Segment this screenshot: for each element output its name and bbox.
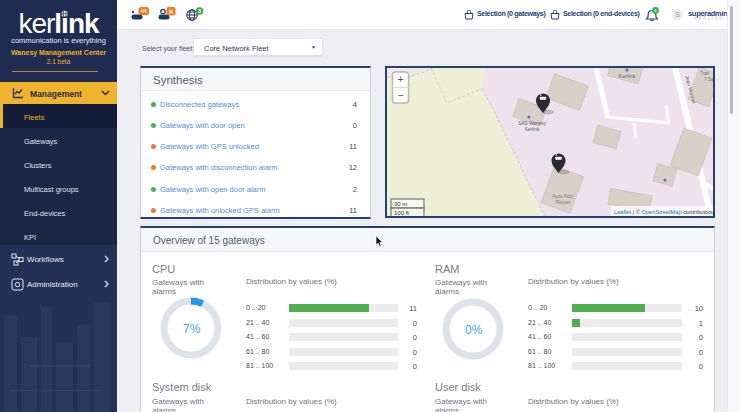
svg-text:7 Sali: 7 Sali	[704, 77, 713, 82]
svg-text:30 m: 30 m	[394, 201, 407, 207]
svg-text:44: 44	[141, 8, 147, 14]
svg-text:Kerlink: Kerlink	[525, 127, 540, 132]
svg-text:+: +	[397, 73, 403, 85]
svg-text:SAS Wanesy: SAS Wanesy	[518, 121, 547, 126]
svg-text:100 ft: 100 ft	[394, 210, 409, 216]
svg-text:Kerlink: Kerlink	[619, 73, 636, 79]
svg-text:Leaflet | © OpenStreetMap cont: Leaflet | © OpenStreetMap contributors	[614, 209, 713, 215]
svg-text:✕: ✕	[168, 8, 173, 15]
svg-text:Repair: Repair	[556, 199, 571, 205]
svg-text:−: −	[397, 89, 403, 101]
svg-text:Trait: Trait	[700, 71, 710, 76]
